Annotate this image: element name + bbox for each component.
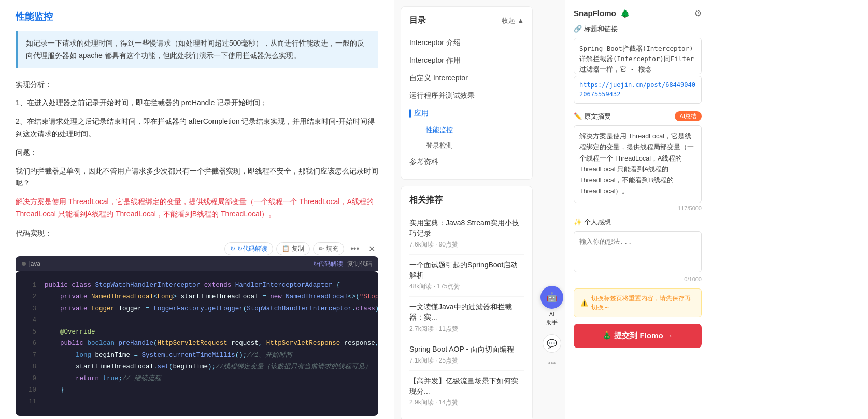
snap-title-link-label: 🔗 标题和链接 [574, 24, 702, 34]
snap-title-link-section: 🔗 标题和链接 Spring Boot拦截器(Interceptor)详解拦截器… [565, 24, 710, 111]
middle-panel: 目录 收起 ▲ Interceptor 介绍 Interceptor 作用 自定… [394, 0, 539, 419]
toc-item-3[interactable]: 运行程序并测试效果 [409, 87, 524, 105]
snap-title-textarea[interactable]: Spring Boot拦截器(Interceptor)详解拦截器(Interce… [574, 38, 702, 74]
step1: 1、在进入处理器之前记录开始时间，即在拦截器的 preHandle 记录开始时间… [16, 97, 378, 109]
ai-float-icon: 🤖 [546, 292, 558, 303]
code-line-2: 2 private NamedThreadLocal<Long> startTi… [24, 291, 370, 303]
code-top-bar: java ↻代码解读 复制代码 [16, 256, 378, 271]
toc-item-2[interactable]: 自定义 Interceptor [409, 69, 524, 87]
toc-item-0[interactable]: Interceptor 介绍 [409, 34, 524, 52]
code-line-9: 9 return true;// 继续流程 [24, 373, 370, 385]
code-line-8: 8 startTimeThreadLocal.set(beginTime);//… [24, 361, 370, 373]
snap-feeling-input[interactable] [574, 231, 702, 272]
related-item-4[interactable]: 【高并发】亿级流量场景下如何实现分... 2.9k阅读 · 14点赞 [409, 371, 524, 412]
code-line-3: 3 private Logger logger = LoggerFactory.… [24, 303, 370, 315]
code-lang-info: java [22, 260, 40, 267]
snap-url-textarea[interactable]: https://juejin.cn/post/68449040206755594… [574, 76, 702, 104]
code-line-4: 4 [24, 314, 370, 326]
toc-collapse-btn[interactable]: 收起 ▲ [502, 16, 524, 25]
warning-icon: ⚠️ [580, 299, 588, 307]
problem-label: 问题： [16, 147, 378, 159]
ai-code-action-btn[interactable]: ↻代码解读 [313, 259, 343, 268]
ai-code-label: ↻代码解读 [237, 244, 267, 253]
toc-active-indicator [409, 109, 411, 118]
solution-text: 解决方案是使用 ThreadLocal，它是线程绑定的变量，提供线程局部变量（一… [16, 196, 378, 221]
copy-label: 复制 [292, 244, 304, 253]
code-line-1: 1 public class StopWatchHandlerIntercept… [24, 280, 370, 292]
related-item-1[interactable]: 一个面试题引起的SpringBoot启动解析 48k阅读 · 175点赞 [409, 255, 524, 297]
copy-btn[interactable]: 📋 复制 [276, 242, 310, 255]
ai-code-icon: ↻ [230, 245, 235, 252]
related-item-2[interactable]: 一文读懂Java中的过滤器和拦截器：实... 2.7k阅读 · 11点赞 [409, 297, 524, 339]
code-lang-dot [22, 262, 26, 266]
toc-subitem-0[interactable]: 性能监控 [420, 122, 524, 138]
page-title: 性能监控 [16, 10, 378, 23]
fill-label: 填充 [326, 244, 338, 253]
snap-submit-btn[interactable]: 🎄 提交到 Flomo → [574, 324, 702, 348]
code-floating-toolbar: ↻ ↻代码解读 📋 复制 ✏ 填充 ••• ✕ [16, 242, 378, 255]
snap-feeling-count: 0/1000 [574, 276, 702, 282]
close-btn[interactable]: ✕ [365, 243, 378, 255]
snap-panel: SnapFlomo 🌲 ⚙ 🔗 标题和链接 Spring Boot拦截器(Int… [565, 0, 710, 419]
ai-float-area: 🤖 AI助手 💬 ••• [539, 0, 565, 419]
snap-summary-count: 117/5000 [574, 205, 702, 211]
related-item-3[interactable]: Spring Boot AOP - 面向切面编程 7.1k阅读 · 25点赞 [409, 339, 524, 371]
toc-item-1[interactable]: Interceptor 作用 [409, 52, 524, 69]
snap-summary-section: ✏️ 原文摘要 AI总结 解决方案是使用 ThreadLocal，它是线程绑定的… [565, 111, 710, 218]
snap-feeling-title: ✨ 个人感想 [574, 218, 702, 227]
code-label: 代码实现： [16, 229, 378, 238]
related-title: 相关推荐 [409, 195, 524, 206]
ai-code-btn[interactable]: ↻ ↻代码解读 [224, 242, 273, 255]
toc-subitem-1[interactable]: 登录检测 [420, 138, 524, 153]
main-content: 性能监控 如记录一下请求的处理时间，得到一些慢请求（如处理时间超过500毫秒），… [0, 0, 394, 419]
problem-text: 我们的拦截器是单例，因此不管用户请求多少次都只有一个拦截器实现，即线程不安全，那… [16, 165, 378, 190]
code-block: 1 public class StopWatchHandlerIntercept… [16, 271, 378, 416]
code-line-10: 10 } [24, 384, 370, 396]
chat-float-btn[interactable]: 💬 [543, 334, 561, 353]
code-actions: ↻代码解读 复制代码 [313, 259, 372, 268]
snap-feeling-section: ✨ 个人感想 0/1000 [565, 218, 710, 288]
snap-summary-header: ✏️ 原文摘要 AI总结 [574, 111, 702, 121]
chat-icon: 💬 [547, 339, 557, 349]
snap-summary-title: ✏️ 原文摘要 [574, 112, 611, 121]
code-line-7: 7 long beginTime = System.currentTimeMil… [24, 350, 370, 362]
ai-summary-btn[interactable]: AI总结 [675, 111, 702, 121]
related-item-0[interactable]: 实用宝典：Java8 Stream实用小技巧记录 7.6k阅读 · 90点赞 [409, 213, 524, 255]
copy-code-btn[interactable]: 复制代码 [347, 259, 372, 268]
snap-gear-icon[interactable]: ⚙ [694, 8, 702, 18]
snap-warning: ⚠️ 切换标签页将重置内容，请先保存再切换～ [574, 288, 702, 317]
related-box: 相关推荐 实用宝典：Java8 Stream实用小技巧记录 7.6k阅读 · 9… [401, 186, 533, 419]
highlight-text: 如记录一下请求的处理时间，得到一些慢请求（如处理时间超过500毫秒），从而进行性… [26, 39, 364, 60]
more-btn[interactable]: ••• [347, 243, 362, 254]
more-float-btn[interactable]: ••• [548, 359, 556, 367]
snap-title: SnapFlomo 🌲 [574, 9, 630, 18]
toc-item-4[interactable]: 应用 [409, 105, 524, 122]
code-lang-name: java [29, 260, 40, 267]
copy-icon: 📋 [282, 245, 290, 252]
snap-summary-text: 解决方案是使用 ThreadLocal，它是线程绑定的变量，提供线程局部变量（一… [574, 125, 702, 203]
ai-float-label: AI助手 [546, 311, 558, 326]
highlight-box: 如记录一下请求的处理时间，得到一些慢请求（如处理时间超过500毫秒），从而进行性… [16, 31, 378, 68]
toc-header: 目录 收起 ▲ [409, 15, 524, 26]
fill-btn[interactable]: ✏ 填充 [313, 242, 344, 255]
code-line-11: 11 [24, 396, 370, 408]
snap-header: SnapFlomo 🌲 ⚙ [565, 0, 710, 24]
fill-icon: ✏ [319, 245, 324, 252]
toc-title: 目录 [409, 15, 426, 26]
code-line-6: 6 public boolean preHandle(HttpServletRe… [24, 338, 370, 350]
code-line-5: 5 @Override [24, 326, 370, 338]
code-block-wrapper: java ↻代码解读 复制代码 1 public class StopWatch… [16, 256, 378, 416]
toc-item-5[interactable]: 参考资料 [409, 153, 524, 171]
ai-float-btn[interactable]: 🤖 [540, 286, 563, 309]
toc-subitems: 性能监控 登录检测 [409, 122, 524, 153]
analysis-label: 实现分析： [16, 79, 378, 91]
ai-float-widget: 🤖 AI助手 💬 ••• [540, 286, 563, 367]
toc-box: 目录 收起 ▲ Interceptor 介绍 Interceptor 作用 自定… [401, 6, 533, 180]
step2: 2、在结束请求处理之后记录结束时间，即在拦截器的 afterCompletion… [16, 115, 378, 140]
